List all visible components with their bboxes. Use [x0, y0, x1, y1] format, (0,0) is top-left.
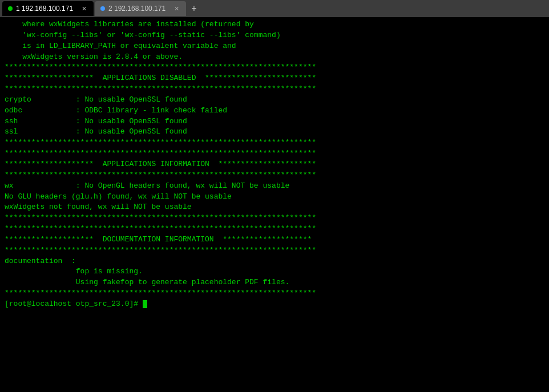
- terminal-line: ssh : No usable OpenSSL found: [5, 116, 544, 127]
- terminal-output: where wxWidgets libraries are installed …: [5, 19, 544, 299]
- terminal-line: ****************************************…: [5, 288, 544, 299]
- tab-1-close[interactable]: ✕: [80, 4, 88, 14]
- terminal-line: ****************************************…: [5, 245, 544, 256]
- terminal-line: ****************************************…: [5, 62, 544, 73]
- new-tab-button[interactable]: +: [187, 2, 201, 15]
- tab-2[interactable]: 2 192.168.100.171 ✕: [95, 1, 186, 16]
- terminal-area: where wxWidgets libraries are installed …: [0, 17, 549, 392]
- terminal-line: is in LD_LIBRARY_PATH or equivalent vari…: [5, 41, 544, 52]
- terminal-prompt-line: [root@localhost otp_src_23.0]#: [5, 299, 544, 310]
- terminal-line: odbc : ODBC library - link check failed: [5, 106, 544, 116]
- terminal-line: ****************************************…: [5, 138, 544, 148]
- tab-bar: 1 192.168.100.171 ✕ 2 192.168.100.171 ✕ …: [0, 0, 549, 17]
- terminal-line: Using fakefop to generate placeholder PD…: [5, 277, 544, 288]
- terminal-line: where wxWidgets libraries are installed …: [5, 19, 544, 30]
- terminal-line: 'wx-config --libs' or 'wx-config --stati…: [5, 30, 544, 41]
- prompt-text: [root@localhost otp_src_23.0]#: [5, 299, 143, 310]
- terminal-line: ****************************************…: [5, 170, 544, 181]
- terminal-line: ******************** DOCUMENTATION INFOR…: [5, 235, 544, 245]
- terminal-line: wxWidgets version is 2.8.4 or above.: [5, 52, 544, 63]
- terminal-line: ****************************************…: [5, 148, 544, 159]
- tab-1[interactable]: 1 192.168.100.171 ✕: [2, 1, 94, 16]
- terminal-line: ****************************************…: [5, 224, 544, 235]
- terminal-line: ssl : No usable OpenSSL found: [5, 127, 544, 138]
- terminal-line: crypto : No usable OpenSSL found: [5, 95, 544, 106]
- terminal-line: ****************************************…: [5, 213, 544, 224]
- tab-2-title: 2 192.168.100.171: [108, 5, 169, 13]
- cursor: [143, 300, 147, 308]
- terminal-line: wx : No OpenGL headers found, wx will NO…: [5, 181, 544, 192]
- terminal-line: fop is missing.: [5, 266, 544, 277]
- terminal-line: wxWidgets not found, wx will NOT be usab…: [5, 202, 544, 213]
- terminal-line: ****************************************…: [5, 84, 544, 95]
- tab-2-close[interactable]: ✕: [173, 4, 180, 14]
- terminal-line: ******************** APPLICATIONS INFORM…: [5, 159, 544, 170]
- tab-1-title: 1 192.168.100.171: [16, 5, 77, 13]
- terminal-line: ******************** APPLICATIONS DISABL…: [5, 73, 544, 84]
- tab-1-dot: [8, 6, 13, 11]
- terminal-line: No GLU headers (glu.h) found, wx will NO…: [5, 192, 544, 203]
- terminal-line: documentation :: [5, 256, 544, 267]
- tab-2-dot: [100, 6, 105, 11]
